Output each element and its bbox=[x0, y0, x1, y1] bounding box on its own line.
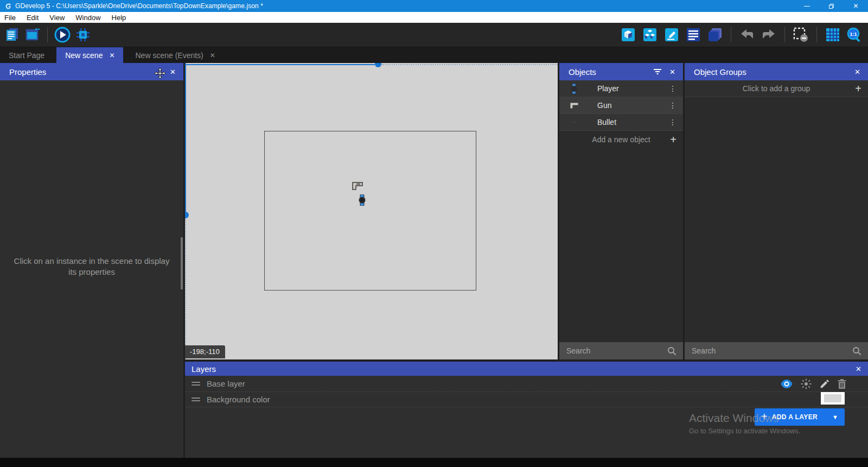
objects-editor-icon[interactable] bbox=[620, 27, 636, 43]
properties-empty-message: Click on an instance in the scene to dis… bbox=[11, 256, 173, 278]
instances-list-icon[interactable] bbox=[685, 27, 701, 43]
object-menu-icon[interactable]: ⋮ bbox=[669, 101, 676, 110]
vertical-scroll-dash bbox=[185, 218, 186, 359]
close-tab-icon[interactable]: ✕ bbox=[109, 52, 114, 59]
layer-visibility-icon[interactable] bbox=[781, 380, 793, 388]
drag-handle-icon[interactable] bbox=[192, 397, 200, 401]
undo-icon[interactable] bbox=[739, 27, 755, 43]
layers-panel-title: Layers bbox=[192, 364, 216, 374]
object-row-player[interactable]: Player ⋮ bbox=[559, 80, 683, 97]
vertical-scroll-line bbox=[185, 63, 186, 212]
layer-name: Base layer bbox=[207, 379, 245, 388]
grid-icon[interactable] bbox=[825, 27, 841, 43]
redo-icon[interactable] bbox=[761, 27, 777, 43]
player-sprite-icon bbox=[569, 84, 579, 94]
layers-panel-header: Layers ✕ bbox=[185, 362, 868, 376]
objects-panel-title: Objects bbox=[569, 67, 596, 77]
object-groups-search-input[interactable]: Search bbox=[685, 342, 868, 359]
zoom-1-1-icon[interactable]: 1:1 bbox=[846, 27, 863, 43]
preview-window-icon[interactable] bbox=[24, 27, 41, 43]
vertical-scroll-knob[interactable] bbox=[185, 212, 189, 218]
tab-new-scene-events[interactable]: New scene (Events) ✕ bbox=[126, 47, 224, 63]
bullet-sprite-icon bbox=[569, 121, 579, 123]
menu-help[interactable]: Help bbox=[106, 12, 132, 23]
selection-mask-icon[interactable] bbox=[793, 27, 809, 43]
tabbar: Start Page New scene ✕ New scene (Events… bbox=[0, 47, 868, 63]
caret-down-icon[interactable]: ▼ bbox=[832, 414, 838, 420]
layer-row-background-color[interactable]: Background color bbox=[185, 392, 868, 407]
layers-editor-icon[interactable] bbox=[707, 27, 723, 43]
player-instance[interactable] bbox=[359, 194, 366, 206]
close-objects-icon[interactable]: ✕ bbox=[662, 68, 675, 76]
horizontal-scroll-dash bbox=[381, 64, 558, 65]
close-properties-icon[interactable]: ✕ bbox=[162, 68, 176, 76]
layer-row-base[interactable]: Base layer bbox=[185, 376, 868, 392]
toolbar: 1:1 bbox=[0, 23, 868, 47]
project-manager-icon[interactable] bbox=[4, 27, 20, 43]
close-window-button[interactable]: ✕ bbox=[844, 0, 868, 12]
properties-panel-title: Properties bbox=[9, 67, 46, 77]
close-tab-icon[interactable]: ✕ bbox=[210, 52, 215, 59]
bottom-strip bbox=[0, 458, 868, 467]
restore-button[interactable] bbox=[819, 0, 844, 12]
properties-editor-icon[interactable] bbox=[663, 27, 680, 43]
close-object-groups-icon[interactable]: ✕ bbox=[847, 68, 860, 76]
close-layers-icon[interactable]: ✕ bbox=[848, 365, 861, 373]
object-name: Player bbox=[597, 84, 619, 93]
layer-effects-icon[interactable] bbox=[801, 378, 812, 389]
object-groups-panel-header: Object Groups ✕ bbox=[685, 63, 868, 80]
tab-start-page[interactable]: Start Page bbox=[0, 47, 53, 63]
layer-edit-icon[interactable] bbox=[820, 379, 829, 389]
gdevelop-window: GDevelop 5 - C:\Users\Sparkle\OneDrive\D… bbox=[0, 0, 868, 467]
scene-canvas[interactable]: -198;-110 bbox=[185, 63, 558, 359]
object-row-gun[interactable]: Gun ⋮ bbox=[559, 97, 683, 114]
filter-icon[interactable] bbox=[653, 68, 662, 75]
properties-scrollbar[interactable] bbox=[181, 237, 183, 289]
debug-icon[interactable] bbox=[75, 27, 91, 43]
object-name: Gun bbox=[597, 101, 611, 110]
cursor-coordinates-badge: -198;-110 bbox=[185, 345, 225, 358]
svg-text:1:1: 1:1 bbox=[850, 31, 857, 37]
add-layer-button[interactable]: + ADD A LAYER ▼ bbox=[755, 408, 845, 426]
game-window-bounds bbox=[264, 131, 476, 291]
object-groups-icon[interactable] bbox=[642, 27, 658, 43]
minimize-button[interactable] bbox=[795, 0, 819, 12]
layer-name: Background color bbox=[207, 395, 270, 404]
menubar: File Edit View Window Help bbox=[0, 12, 868, 23]
background-color-swatch[interactable] bbox=[821, 392, 845, 405]
menu-edit[interactable]: Edit bbox=[21, 12, 44, 23]
layer-delete-icon[interactable] bbox=[838, 379, 846, 389]
titlebar: GDevelop 5 - C:\Users\Sparkle\OneDrive\D… bbox=[0, 0, 868, 12]
plus-icon: + bbox=[855, 83, 861, 94]
add-group-button[interactable]: Click to add a group + bbox=[685, 80, 868, 97]
properties-panel-header: Properties ✕ bbox=[0, 63, 183, 80]
gun-instance[interactable] bbox=[352, 182, 363, 190]
properties-panel: Properties ✕ Click on an instance in the… bbox=[0, 63, 183, 458]
drag-handle-icon[interactable] bbox=[192, 382, 200, 386]
objects-panel: Objects ✕ Player ⋮ bbox=[559, 63, 683, 359]
toolbar-separator bbox=[731, 27, 731, 42]
toolbar-separator bbox=[816, 27, 817, 42]
object-row-bullet[interactable]: Bullet ⋮ bbox=[559, 114, 683, 131]
horizontal-scroll-knob[interactable] bbox=[375, 63, 381, 67]
gun-sprite-icon bbox=[569, 102, 579, 109]
close-icon: ✕ bbox=[853, 3, 858, 9]
object-menu-icon[interactable]: ⋮ bbox=[669, 118, 676, 127]
toolbar-separator bbox=[784, 27, 785, 42]
objects-panel-header: Objects ✕ bbox=[559, 63, 683, 80]
menu-window[interactable]: Window bbox=[70, 12, 106, 23]
add-new-object-button[interactable]: Add a new object + bbox=[559, 131, 683, 148]
search-icon bbox=[667, 346, 676, 356]
object-name: Bullet bbox=[597, 118, 616, 127]
object-groups-panel-title: Object Groups bbox=[694, 67, 746, 77]
horizontal-scroll-line bbox=[185, 64, 375, 65]
tab-new-scene[interactable]: New scene ✕ bbox=[56, 47, 123, 63]
gdevelop-logo-icon bbox=[5, 3, 12, 10]
objects-search-input[interactable]: Search bbox=[559, 342, 683, 359]
plus-icon: + bbox=[670, 134, 676, 145]
menu-view[interactable]: View bbox=[44, 12, 70, 23]
object-menu-icon[interactable]: ⋮ bbox=[669, 84, 676, 93]
menu-file[interactable]: File bbox=[0, 12, 21, 23]
object-groups-panel: Object Groups ✕ Click to add a group + S… bbox=[685, 63, 868, 359]
play-preview-icon[interactable] bbox=[54, 27, 71, 43]
